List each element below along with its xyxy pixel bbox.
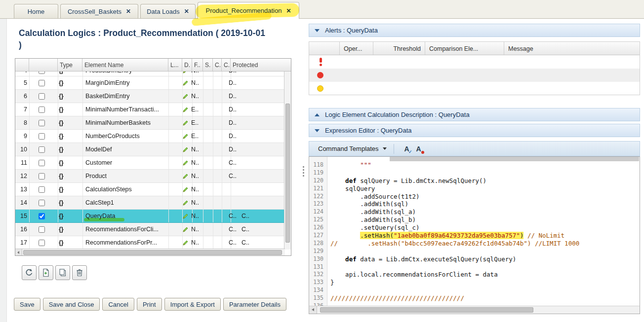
scroll-left-arrow-icon[interactable] [15, 249, 22, 255]
table-row[interactable]: 5 {} MarginDimEntry N.. D.. [15, 76, 285, 90]
footer-button[interactable]: Cancel [102, 298, 134, 311]
line-number: 126 [309, 224, 327, 232]
grid-horizontal-scrollbar-thumb[interactable] [23, 250, 282, 255]
description-section-header[interactable]: Logic Element Calculation Description : … [309, 108, 640, 121]
chevron-up-icon[interactable] [315, 113, 320, 116]
table-row[interactable]: 14 {} CalcStep1 N.. [15, 196, 285, 210]
alerts-section-header[interactable]: Alerts : QueryData [309, 24, 640, 37]
tab-close-icon[interactable]: ✕ [126, 8, 131, 15]
code-line[interactable]: 128 // .setHash("b4bcc5097eaec7a49262fc1… [309, 240, 640, 248]
row-checkbox[interactable] [39, 72, 45, 74]
copy-document-button[interactable] [55, 265, 70, 280]
row-checkbox[interactable] [39, 200, 45, 206]
chevron-down-icon[interactable] [315, 129, 320, 132]
spell-check-icon[interactable]: A✓ [401, 143, 413, 154]
table-row[interactable]: 16 {} RecommendationsForCli... N.. C.. C… [15, 223, 285, 236]
code-editor[interactable]: 118 """ 119 120 def sqlQuery = Lib.dmCtx… [309, 156, 640, 314]
column-header[interactable]: C. [213, 59, 222, 71]
code-line[interactable]: 133 } [309, 279, 640, 286]
row-checkbox[interactable] [39, 240, 45, 246]
table-row[interactable]: 4 {} ProductDimEntry N.. D.. [15, 72, 285, 76]
row-checkbox[interactable] [39, 80, 45, 86]
tab-close-icon[interactable]: ✕ [286, 7, 291, 14]
footer-button[interactable]: Print [137, 298, 162, 311]
footer-button[interactable]: Import & Export [164, 298, 221, 311]
grid-vertical-scrollbar-thumb[interactable] [285, 104, 290, 243]
table-row[interactable]: 15 {} QueryData N.. C.. C.. [15, 210, 285, 223]
alerts-column-header[interactable]: Message [504, 42, 640, 55]
row-checkbox[interactable] [39, 173, 45, 179]
code-line[interactable]: 121 sqlQuery [309, 185, 640, 193]
alert-row[interactable] [309, 55, 640, 69]
code-line[interactable]: 136 [309, 302, 640, 306]
column-header[interactable] [15, 59, 29, 71]
column-header[interactable]: Protected [231, 59, 291, 71]
code-line[interactable]: 122 .addSource(t1t2) [309, 193, 640, 201]
table-row[interactable]: 7 {} MinimalNumberTransacti... E.. D.. [15, 103, 285, 116]
table-row[interactable]: 13 {} CalculationSteps N.. [15, 183, 285, 196]
row-checkbox[interactable] [39, 186, 45, 193]
table-row[interactable]: 12 {} Product N.. C.. [15, 170, 285, 183]
row-checkbox[interactable] [39, 160, 45, 166]
add-document-button[interactable] [39, 265, 53, 280]
expression-editor-section-header[interactable]: Expression Editor : QueryData [309, 124, 640, 137]
command-templates-dropdown[interactable]: Command Templates [318, 145, 387, 152]
panel-splitter[interactable] [301, 163, 305, 179]
code-line[interactable]: 127 .setHash("1aeb0ba0f89a64293732da95e0… [309, 232, 640, 240]
table-row[interactable]: 11 {} Customer N.. C.. [15, 156, 285, 170]
code-line[interactable]: 135 //////////////////////////////////// [309, 294, 640, 302]
code-line[interactable]: 131 [309, 263, 640, 271]
row-checkbox[interactable] [39, 107, 45, 113]
footer-button[interactable]: Save [14, 298, 40, 311]
row-checkbox[interactable] [39, 120, 45, 126]
scroll-left-arrow-icon[interactable] [309, 306, 317, 314]
tab[interactable]: Home [14, 4, 58, 18]
column-header[interactable]: Element Name [82, 59, 168, 71]
table-row[interactable]: 8 {} MinimalNumberBaskets E.. D.. [15, 116, 285, 130]
validate-script-icon[interactable]: A [413, 143, 425, 154]
table-row[interactable]: 9 {} NumberCoProducts E.. D.. [15, 130, 285, 143]
table-row[interactable]: 10 {} ModelDef N.. D.. [15, 143, 285, 156]
column-header[interactable]: L... [168, 59, 182, 71]
code-line[interactable]: 120 def sqlQuery = Lib.dmCtx.newSqlQuery… [309, 177, 640, 185]
table-row[interactable]: 17 {} RecommendationsForPr... N.. C.. C.… [15, 236, 285, 250]
column-header[interactable]: C. [222, 59, 231, 71]
code-line[interactable]: 124 .addWith(sql_a) [309, 208, 640, 216]
row-checkbox[interactable] [39, 226, 45, 233]
code-line[interactable]: 129 [309, 248, 640, 255]
delete-button[interactable] [72, 265, 87, 280]
code-line[interactable]: 126 .setQuery(sql_c) [309, 224, 640, 232]
code-line[interactable]: 119 [309, 169, 640, 177]
row-checkbox[interactable] [39, 213, 45, 219]
table-row[interactable]: 6 {} BasketDimEntry N.. D.. [15, 90, 285, 103]
code-line[interactable]: 123 .addWith(sql) [309, 200, 640, 208]
column-header[interactable] [29, 59, 58, 71]
alerts-column-header[interactable]: Threshold [373, 42, 425, 55]
alert-row[interactable] [309, 69, 640, 82]
row-checkbox[interactable] [39, 133, 45, 140]
column-header[interactable]: F.. [192, 59, 203, 71]
column-header[interactable]: S. [203, 59, 213, 71]
alerts-column-header[interactable]: Comparison Ele... [425, 42, 504, 55]
column-header[interactable]: D. [182, 59, 192, 71]
refresh-button[interactable] [22, 265, 37, 280]
tab-close-icon[interactable]: ✕ [184, 8, 189, 15]
chevron-down-icon[interactable] [315, 29, 320, 32]
tab[interactable]: CrossSell_Baskets ✕ [60, 4, 138, 18]
editor-horizontal-scrollbar-thumb[interactable] [320, 307, 533, 313]
footer-button[interactable]: Save and Close [43, 298, 100, 311]
column-header[interactable]: Type [58, 59, 82, 71]
code-line[interactable]: 132 api.local.recommendationsForClient =… [309, 271, 640, 279]
footer-button[interactable]: Parameter Details [223, 298, 286, 311]
alerts-column-header[interactable]: Oper... [340, 42, 373, 55]
code-line[interactable]: 118 """ [309, 161, 640, 169]
tab[interactable]: Data Loads ✕ [140, 4, 196, 18]
code-line[interactable]: 125 .addWith(sql_b) [309, 216, 640, 224]
row-checkbox[interactable] [39, 93, 45, 100]
alerts-column-header[interactable] [309, 42, 340, 55]
row-checkbox[interactable] [39, 146, 45, 153]
code-line[interactable]: 130 def data = Lib.dmCtx.executeSqlQuery… [309, 255, 640, 263]
tab[interactable]: Product_Recommendation ✕ [198, 2, 299, 19]
code-line[interactable]: 134 [309, 286, 640, 294]
alert-row[interactable] [309, 82, 640, 95]
